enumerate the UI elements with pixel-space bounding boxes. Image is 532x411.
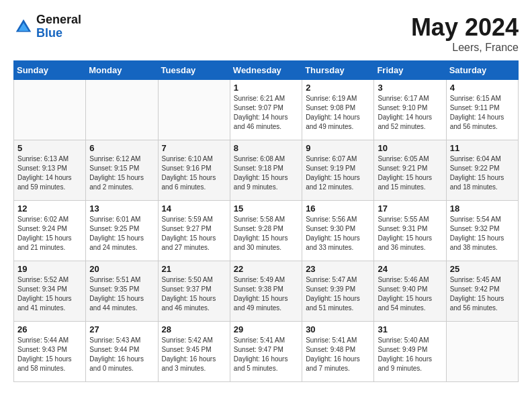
daylight-text: Daylight: 15 hours and 15 minutes.	[378, 174, 432, 191]
sunset-text: Sunset: 9:47 PM	[234, 346, 283, 353]
logo-text: General Blue	[36, 13, 81, 40]
daylight-text: Daylight: 15 hours and 24 minutes.	[89, 234, 144, 251]
daylight-text: Daylight: 15 hours and 27 minutes.	[162, 234, 216, 251]
daylight-text: Daylight: 15 hours and 58 minutes.	[17, 355, 72, 372]
day-info: Sunrise: 5:45 AM Sunset: 9:42 PM Dayligh…	[450, 275, 515, 313]
day-info: Sunrise: 5:41 AM Sunset: 9:48 PM Dayligh…	[306, 336, 370, 373]
daylight-text: Daylight: 16 hours and 3 minutes.	[162, 355, 216, 372]
calendar-day-cell: 18 Sunrise: 5:54 AM Sunset: 9:32 PM Dayl…	[446, 201, 518, 261]
daylight-text: Daylight: 15 hours and 21 minutes.	[17, 234, 72, 251]
sunset-text: Sunset: 9:38 PM	[234, 285, 283, 293]
calendar-week-row: 12 Sunrise: 6:02 AM Sunset: 9:24 PM Dayl…	[14, 201, 519, 261]
day-info: Sunrise: 6:17 AM Sunset: 9:10 PM Dayligh…	[378, 94, 442, 132]
day-number: 20	[89, 264, 154, 274]
calendar-day-cell	[86, 80, 158, 140]
calendar-day-cell: 14 Sunrise: 5:59 AM Sunset: 9:27 PM Dayl…	[158, 201, 230, 261]
day-number: 16	[306, 203, 370, 214]
sunrise-text: Sunrise: 6:02 AM	[17, 216, 69, 223]
calendar-day-cell: 19 Sunrise: 5:52 AM Sunset: 9:34 PM Dayl…	[14, 261, 86, 322]
day-number: 1	[234, 83, 298, 93]
daylight-text: Daylight: 15 hours and 12 minutes.	[306, 174, 360, 191]
sunrise-text: Sunrise: 6:01 AM	[89, 216, 140, 223]
calendar-day-cell: 25 Sunrise: 5:45 AM Sunset: 9:42 PM Dayl…	[446, 261, 518, 322]
calendar-day-cell: 12 Sunrise: 6:02 AM Sunset: 9:24 PM Dayl…	[14, 201, 86, 261]
day-number: 13	[89, 203, 154, 214]
sunset-text: Sunset: 9:11 PM	[450, 104, 500, 111]
sunset-text: Sunset: 9:07 PM	[234, 104, 283, 111]
calendar-week-row: 5 Sunrise: 6:13 AM Sunset: 9:13 PM Dayli…	[14, 140, 519, 201]
day-number: 6	[89, 143, 154, 153]
sunset-text: Sunset: 9:15 PM	[89, 165, 139, 172]
day-number: 29	[234, 324, 298, 334]
day-info: Sunrise: 6:13 AM Sunset: 9:13 PM Dayligh…	[17, 154, 82, 192]
day-number: 14	[162, 203, 226, 214]
logo-icon	[13, 17, 34, 37]
sunset-text: Sunset: 9:18 PM	[234, 165, 283, 172]
calendar-day-cell: 8 Sunrise: 6:08 AM Sunset: 9:18 PM Dayli…	[230, 140, 302, 201]
sunset-text: Sunset: 9:40 PM	[378, 285, 427, 293]
calendar-day-cell: 9 Sunrise: 6:07 AM Sunset: 9:19 PM Dayli…	[302, 140, 374, 201]
daylight-text: Daylight: 15 hours and 18 minutes.	[450, 174, 504, 191]
sunset-text: Sunset: 9:35 PM	[89, 285, 139, 293]
sunrise-text: Sunrise: 6:05 AM	[378, 155, 429, 163]
day-number: 23	[306, 264, 370, 274]
daylight-text: Daylight: 15 hours and 51 minutes.	[306, 295, 360, 312]
sunset-text: Sunset: 9:37 PM	[162, 285, 212, 293]
day-info: Sunrise: 6:10 AM Sunset: 9:16 PM Dayligh…	[162, 154, 226, 192]
sunset-text: Sunset: 9:28 PM	[234, 225, 283, 232]
day-info: Sunrise: 5:52 AM Sunset: 9:34 PM Dayligh…	[17, 275, 82, 313]
header-row: SundayMondayTuesdayWednesdayThursdayFrid…	[14, 61, 519, 80]
title-block: May 2024 Leers, France	[411, 13, 519, 54]
day-number: 19	[17, 264, 82, 274]
day-number: 5	[17, 143, 82, 153]
sunset-text: Sunset: 9:27 PM	[162, 225, 212, 232]
sunrise-text: Sunrise: 5:42 AM	[162, 336, 213, 344]
sunrise-text: Sunrise: 6:08 AM	[234, 155, 285, 163]
day-number: 21	[162, 264, 226, 274]
calendar-day-cell: 27 Sunrise: 5:43 AM Sunset: 9:44 PM Dayl…	[86, 322, 158, 382]
day-info: Sunrise: 5:54 AM Sunset: 9:32 PM Dayligh…	[450, 215, 515, 253]
weekday-header: Saturday	[446, 61, 518, 80]
sunset-text: Sunset: 9:30 PM	[306, 225, 355, 232]
sunset-text: Sunset: 9:34 PM	[17, 285, 67, 293]
daylight-text: Daylight: 14 hours and 52 minutes.	[378, 113, 432, 130]
calendar-day-cell: 7 Sunrise: 6:10 AM Sunset: 9:16 PM Dayli…	[158, 140, 230, 201]
day-info: Sunrise: 5:51 AM Sunset: 9:35 PM Dayligh…	[89, 275, 154, 313]
weekday-header: Friday	[374, 61, 446, 80]
calendar-day-cell: 3 Sunrise: 6:17 AM Sunset: 9:10 PM Dayli…	[374, 80, 446, 140]
calendar-day-cell: 2 Sunrise: 6:19 AM Sunset: 9:08 PM Dayli…	[302, 80, 374, 140]
daylight-text: Daylight: 16 hours and 5 minutes.	[234, 355, 288, 372]
sunrise-text: Sunrise: 5:45 AM	[450, 276, 501, 283]
day-number: 2	[306, 83, 370, 93]
calendar-week-row: 26 Sunrise: 5:44 AM Sunset: 9:43 PM Dayl…	[14, 322, 519, 382]
daylight-text: Daylight: 15 hours and 30 minutes.	[234, 234, 288, 251]
weekday-header: Thursday	[302, 61, 374, 80]
sunrise-text: Sunrise: 6:17 AM	[378, 95, 429, 102]
sunrise-text: Sunrise: 6:12 AM	[89, 155, 140, 163]
weekday-header: Sunday	[14, 61, 86, 80]
sunset-text: Sunset: 9:32 PM	[450, 225, 500, 232]
day-number: 24	[378, 264, 442, 274]
day-info: Sunrise: 6:07 AM Sunset: 9:19 PM Dayligh…	[306, 154, 370, 192]
calendar-day-cell: 15 Sunrise: 5:58 AM Sunset: 9:28 PM Dayl…	[230, 201, 302, 261]
calendar-day-cell	[446, 322, 518, 382]
logo-general: General	[36, 13, 81, 27]
day-info: Sunrise: 6:08 AM Sunset: 9:18 PM Dayligh…	[234, 154, 298, 192]
logo-blue: Blue	[36, 27, 81, 40]
day-info: Sunrise: 5:44 AM Sunset: 9:43 PM Dayligh…	[17, 336, 82, 373]
calendar-day-cell: 17 Sunrise: 5:55 AM Sunset: 9:31 PM Dayl…	[374, 201, 446, 261]
calendar-day-cell: 24 Sunrise: 5:46 AM Sunset: 9:40 PM Dayl…	[374, 261, 446, 322]
sunrise-text: Sunrise: 5:51 AM	[89, 276, 140, 283]
sunset-text: Sunset: 9:10 PM	[378, 104, 427, 111]
sunset-text: Sunset: 9:45 PM	[162, 346, 212, 353]
sunset-text: Sunset: 9:19 PM	[306, 165, 355, 172]
sunset-text: Sunset: 9:13 PM	[17, 165, 67, 172]
day-info: Sunrise: 5:41 AM Sunset: 9:47 PM Dayligh…	[234, 336, 298, 373]
day-number: 12	[17, 203, 82, 214]
day-number: 31	[378, 324, 442, 334]
daylight-text: Daylight: 14 hours and 49 minutes.	[306, 113, 360, 130]
daylight-text: Daylight: 14 hours and 59 minutes.	[17, 174, 72, 191]
location: Leers, France	[411, 42, 519, 54]
daylight-text: Daylight: 14 hours and 56 minutes.	[450, 113, 504, 130]
sunrise-text: Sunrise: 5:44 AM	[17, 336, 69, 344]
